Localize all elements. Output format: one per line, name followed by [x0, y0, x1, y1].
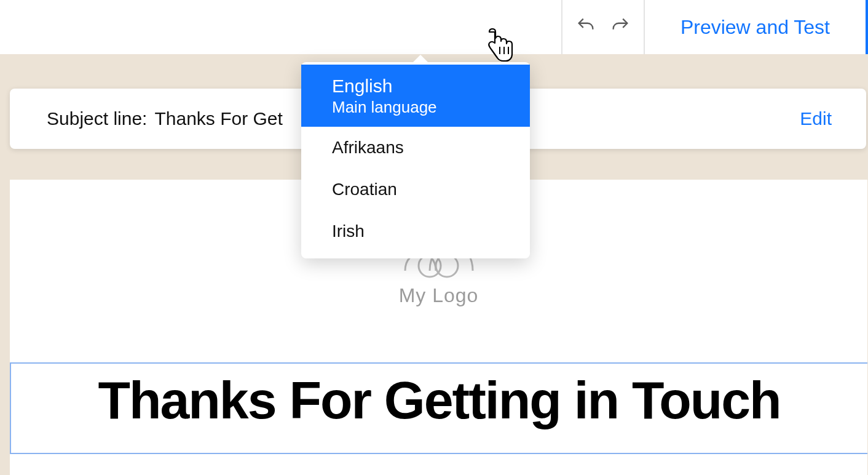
headline-block[interactable]: Thanks For Getting in Touch: [10, 362, 867, 454]
headline-text: Thanks For Getting in Touch: [11, 370, 867, 431]
language-option-afrikaans[interactable]: Afrikaans: [301, 127, 530, 169]
redo-icon: [610, 15, 631, 39]
preview-and-test-button[interactable]: Preview and Test: [645, 0, 868, 54]
language-option-label: Irish: [332, 222, 365, 241]
subject-label: Subject line:: [47, 108, 147, 129]
language-option-croatian[interactable]: Croatian: [301, 169, 530, 210]
subject-edit-link[interactable]: Edit: [800, 108, 844, 129]
language-option-label: English: [332, 76, 499, 97]
undo-redo-group: [561, 0, 645, 54]
language-option-label: Afrikaans: [332, 138, 404, 157]
undo-button[interactable]: [571, 12, 601, 42]
language-option-label: Croatian: [332, 180, 397, 199]
redo-button[interactable]: [606, 12, 635, 42]
top-toolbar: Preview and Test: [0, 0, 868, 54]
preview-label: Preview and Test: [681, 16, 830, 39]
undo-icon: [575, 15, 596, 39]
language-option-english[interactable]: English Main language: [301, 65, 530, 127]
logo-text: My Logo: [10, 284, 867, 307]
language-option-subtitle: Main language: [332, 98, 499, 117]
language-dropdown: English Main language Afrikaans Croatian…: [301, 62, 530, 258]
language-option-irish[interactable]: Irish: [301, 210, 530, 252]
